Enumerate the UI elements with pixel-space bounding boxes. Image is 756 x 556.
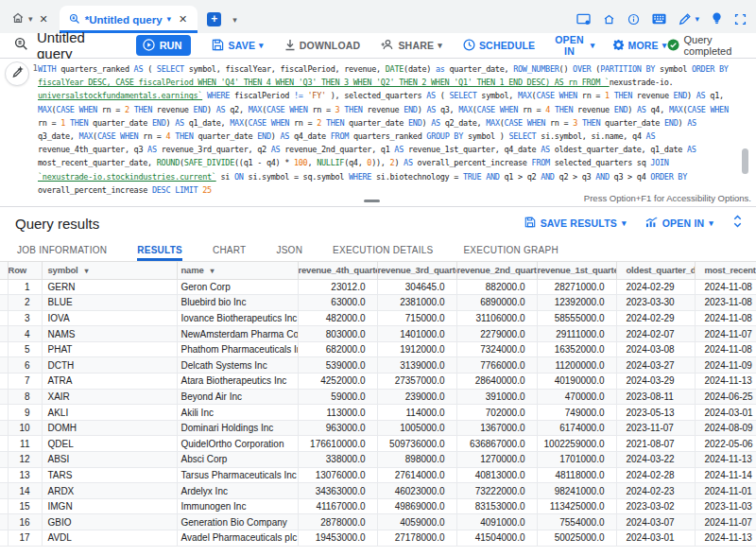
save-button[interactable]: SAVE ▾ (212, 39, 263, 53)
sql-line[interactable]: most_recent_quarter_date, ROUND(SAFE_DIV… (38, 156, 750, 169)
home-tab-icon[interactable] (11, 11, 25, 28)
open-in-results-label: OPEN IN (662, 217, 705, 229)
column-header-revenue_1st_quarter[interactable]: revenue_1st_quarter (537, 262, 616, 279)
table-row[interactable]: 3IOVAIovance Biotherapeutics Inc482000.0… (0, 310, 756, 326)
open-in-results-button[interactable]: OPEN IN ▾ (645, 217, 713, 230)
table-row[interactable]: 10DOMHDominari Holdings Inc963000.010050… (0, 420, 756, 436)
chevron-down-icon[interactable]: ▾ (28, 15, 33, 24)
cell-most_recent_quarter_date: 2024-11-08 (695, 341, 756, 357)
table-row[interactable]: 9AKLIAkili Inc113000.0114000.0702000.074… (0, 405, 756, 421)
cell-most_recent_quarter_date: 2024-11-01 (695, 483, 756, 499)
cell-symbol: GBIO (42, 514, 177, 530)
column-header-oldest_quarter_date[interactable]: oldest_quarter_date (616, 262, 695, 279)
results-tab-execution-graph[interactable]: EXECUTION GRAPH (463, 239, 558, 261)
sql-line[interactable]: universalstockfundamentals.earnings` WHE… (38, 89, 750, 102)
save-icon (524, 217, 536, 230)
cell-revenue_4th_quarter: 113000.0 (298, 405, 377, 421)
results-tab-execution-details[interactable]: EXECUTION DETAILS (333, 239, 433, 261)
keyboard-icon[interactable] (652, 13, 666, 25)
sql-line[interactable]: WITH quarters_ranked AS ( SELECT symbol,… (38, 62, 750, 76)
table-row[interactable]: 13TARSTarsus Pharmaceuticals Inc13076000… (0, 467, 756, 483)
download-button[interactable]: DOWNLOAD (284, 39, 361, 53)
chevron-down-icon[interactable]: ▾ (232, 16, 237, 25)
open-in-button[interactable]: OPEN IN ▾ (552, 34, 594, 57)
cell-oldest_quarter_date: 2021-08-07 (616, 436, 695, 452)
cell-symbol: DCTH (42, 357, 177, 374)
compose-icon[interactable] (679, 12, 692, 26)
column-header-revenue_4th_quarter[interactable]: revenue_4th_quarter (298, 262, 377, 279)
table-row[interactable]: 11QDELQuidelOrtho Corporation176610000.0… (0, 436, 756, 452)
cast-icon[interactable] (576, 13, 591, 26)
table-row[interactable]: 1GERNGeron Corp23012.0304645.0882000.028… (0, 279, 756, 295)
fullscreen-icon[interactable] (734, 13, 747, 26)
cell-revenue_1st_quarter: 749000.0 (537, 405, 616, 421)
table-row[interactable]: 12ABSIAbsci Corp338000.0898000.01270000.… (0, 452, 756, 468)
chevron-down-icon: ▾ (259, 42, 264, 50)
add-tab-button[interactable]: + (207, 12, 221, 26)
share-button[interactable]: SHARE ▾ (381, 39, 441, 52)
table-row[interactable]: 8XAIRBeyond Air Inc59000.0239000.0391000… (0, 389, 756, 405)
table-row[interactable]: 14ARDXArdelyx Inc34363000.046023000.0732… (0, 483, 756, 499)
column-header-revenue_3rd_quarter[interactable]: revenue_3rd_quarter (377, 262, 456, 279)
column-header-most_recent_quarter_date[interactable]: most_recent_quarter_date (695, 262, 756, 279)
table-row[interactable]: 5PHATPhathom Pharmaceuticals Inc682000.0… (0, 341, 756, 357)
table-row[interactable]: 6DCTHDelcath Systems Inc539000.03139000.… (0, 357, 756, 374)
chevron-down-icon[interactable]: ▾ (167, 15, 172, 24)
sort-caret-icon[interactable]: ▾ (85, 267, 89, 275)
column-header-revenue_2nd_quarter[interactable]: revenue_2nd_quarter (456, 262, 537, 279)
cell-row: 8 (8, 389, 42, 405)
cell-revenue_4th_quarter: 682000.0 (298, 341, 377, 357)
cell-symbol: IMGN (42, 498, 177, 514)
column-header-symbol[interactable]: symbol▾ (42, 262, 177, 279)
chevron-down-icon: ▾ (591, 42, 595, 50)
chevron-down-icon[interactable]: ▾ (695, 15, 699, 24)
cell-name: Atara Biotherapeutics Inc (177, 374, 298, 390)
table-row[interactable]: 4NAMSNewAmsterdam Pharma Comp...803000.0… (0, 326, 756, 342)
sql-line[interactable]: q3_date, MAX(CASE WHEN rn = 4 THEN quart… (38, 130, 750, 143)
sql-line[interactable]: `nexustrade-io.stockindustries.current` … (38, 170, 750, 183)
results-tab-chart[interactable]: CHART (213, 239, 247, 261)
close-tab-icon[interactable]: ✕ (176, 14, 190, 25)
sort-caret-icon[interactable]: ▾ (211, 267, 215, 275)
sql-code[interactable]: WITH quarters_ranked AS ( SELECT symbol,… (38, 62, 750, 197)
home-icon[interactable] (603, 13, 615, 26)
sql-editor[interactable]: 1 WITH quarters_ranked AS ( SELECT symbo… (0, 59, 756, 206)
unfold-panel-icon[interactable] (732, 215, 743, 232)
cell-revenue_1st_quarter: 50025000.0 (537, 530, 616, 547)
table-row[interactable]: 7ATRAAtara Biotherapeutics Inc4252000.02… (0, 374, 756, 390)
cell-row: 13 (8, 467, 42, 483)
column-header-row[interactable]: Row (8, 262, 42, 279)
results-tab-job-information[interactable]: JOB INFORMATION (17, 239, 107, 261)
cell-revenue_1st_quarter: 6174000.0 (537, 420, 616, 436)
sql-line[interactable]: fiscalYear DESC, CASE fiscalPeriod WHEN … (38, 76, 750, 89)
sql-line[interactable]: MAX(CASE WHEN rn = 2 THEN revenue END) A… (38, 103, 750, 116)
cell-oldest_quarter_date: 2024-02-29 (616, 279, 695, 295)
cell-revenue_2nd_quarter: 636867000.0 (456, 436, 537, 452)
lightbulb-icon[interactable] (712, 12, 722, 26)
table-row[interactable]: 16GBIOGeneration Bio Company2878000.0405… (0, 514, 756, 530)
results-tab-results[interactable]: RESULTS (137, 239, 182, 261)
table-row[interactable]: 17AVDLAvadel Pharmaceuticals plc19453000… (0, 530, 756, 547)
more-button[interactable]: MORE ▾ (612, 39, 667, 53)
table-row[interactable]: 15IMGNImmunogen Inc41167000.049869000.08… (0, 498, 756, 514)
results-tab-json[interactable]: JSON (276, 239, 302, 261)
cell-oldest_quarter_date: 2024-03-29 (616, 374, 695, 390)
save-results-button[interactable]: SAVE RESULTS ▾ (524, 217, 627, 230)
cell-oldest_quarter_date: 2024-02-23 (616, 483, 695, 499)
cell-oldest_quarter_date: 2023-11-07 (616, 420, 695, 436)
info-icon[interactable] (627, 13, 640, 26)
panel-resize-handle[interactable] (364, 200, 380, 202)
schedule-button[interactable]: SCHEDULE (463, 39, 535, 53)
cell-symbol: ATRA (42, 374, 177, 390)
run-button[interactable]: RUN (136, 35, 192, 56)
cell-revenue_3rd_quarter: 898000.0 (377, 452, 456, 468)
cell-revenue_2nd_quarter: 702000.0 (456, 405, 537, 421)
table-row[interactable]: 2BLUEBluebird bio Inc63000.02381000.0689… (0, 295, 756, 311)
editor-scrollbar[interactable] (742, 148, 748, 174)
sql-line[interactable]: rn = 1 THEN quarter_date END) AS q1_date… (38, 116, 750, 130)
cell-name: Ardelyx Inc (177, 483, 298, 499)
share-label: SHARE (398, 40, 434, 51)
column-header-name[interactable]: name▾ (177, 262, 298, 279)
sql-line[interactable]: revenue_4th_quarter, q3 AS revenue_3rd_q… (38, 143, 750, 156)
close-icon[interactable]: ✕ (37, 14, 51, 25)
